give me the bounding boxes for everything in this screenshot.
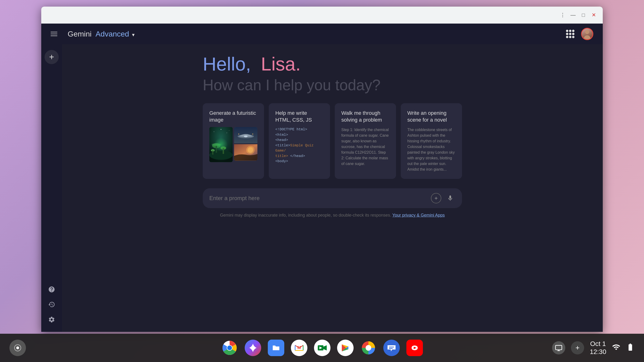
title-bar-controls: ⋮ — □ ✕: [559, 12, 597, 18]
taskbar-app-photos[interactable]: [360, 340, 377, 356]
suggestion-card-novel[interactable]: Write an opening scene for a novel The c…: [401, 103, 462, 179]
more-options-btn[interactable]: ⋮: [559, 12, 566, 18]
taskbar-date: Oct 1: [590, 340, 606, 348]
apps-grid-btn[interactable]: [565, 29, 576, 39]
card-images: [209, 127, 258, 160]
input-section: + Gemini may display inaccurate info, in…: [203, 188, 462, 218]
svg-point-41: [248, 147, 253, 153]
new-chat-icon: +: [49, 53, 54, 61]
card-content: <!DOCTYPE html> <html> <head> <title>Sim…: [275, 127, 324, 172]
minimize-btn[interactable]: —: [570, 12, 576, 18]
card-code: <!DOCTYPE html> <html> <head> <title>Sim…: [275, 127, 324, 164]
privacy-link[interactable]: Your privacy & Gemini Apps: [392, 213, 444, 218]
svg-point-37: [238, 134, 239, 134]
card-content: The cobblestone streets of Ashton pulsed…: [407, 127, 456, 172]
title-bar: ⋮ — □ ✕: [41, 6, 603, 24]
taskbar-datetime[interactable]: Oct 1 12:30: [590, 340, 606, 356]
svg-rect-14: [389, 348, 393, 349]
taskbar-app-youtube[interactable]: [406, 340, 423, 356]
card-img-underwater: [234, 144, 258, 160]
taskbar-center: M ▶: [221, 340, 423, 356]
greeting-section: Hello, Lisa. How can I help you today?: [203, 54, 462, 94]
browser-window: ⋮ — □ ✕ Gemini Advanced ▾: [41, 6, 603, 332]
title-dropdown-btn[interactable]: ▾: [132, 32, 134, 38]
svg-point-11: [366, 345, 371, 351]
suggestion-card-image[interactable]: Generate a futuristic image: [203, 103, 264, 179]
grid-dot: [569, 33, 572, 35]
taskbar-app-messages[interactable]: [383, 340, 400, 356]
svg-point-25: [221, 146, 226, 150]
taskbar-app-playstore[interactable]: [337, 340, 354, 356]
hamburger-menu-btn[interactable]: [51, 28, 62, 40]
prompt-input[interactable]: [209, 195, 431, 202]
svg-rect-24: [216, 146, 217, 153]
code-line: <head>: [275, 138, 324, 143]
avatar-image: [582, 28, 592, 39]
svg-text:▶: ▶: [320, 346, 322, 350]
taskbar-app-meet[interactable]: ▶: [314, 340, 330, 356]
header-left: Gemini Advanced ▾: [51, 28, 134, 40]
sidebar-settings-btn[interactable]: [45, 313, 58, 326]
taskbar-app-gmail[interactable]: M: [291, 340, 308, 356]
grid-dot: [572, 30, 574, 32]
svg-point-32: [226, 133, 227, 133]
taskbar-right: + Oct 1 12:30: [552, 340, 634, 356]
voice-input-btn[interactable]: [445, 193, 456, 204]
svg-point-31: [221, 129, 221, 130]
card-title: Write an opening scene for a novel: [407, 110, 456, 123]
taskbar: M ▶: [0, 334, 644, 362]
suggestion-card-problem[interactable]: Walk me through solving a problem Step 1…: [335, 103, 396, 179]
app-header: Gemini Advanced ▾: [41, 24, 603, 44]
card-images-right: [234, 127, 258, 161]
taskbar-time: 12:30: [590, 348, 606, 356]
plus-icon: +: [434, 195, 438, 202]
grid-dot: [572, 33, 574, 35]
prompt-input-actions: +: [431, 193, 456, 204]
greeting-hello: Hello, Lisa.: [203, 54, 462, 74]
svg-point-38: [252, 134, 253, 134]
hamburger-line: [51, 36, 57, 36]
hamburger-line: [51, 34, 57, 34]
card-img-ship-top: [234, 127, 258, 143]
hello-name: Lisa.: [261, 54, 301, 74]
hamburger-line: [51, 32, 57, 32]
grid-dot: [569, 36, 572, 38]
card-content: [209, 127, 258, 172]
user-avatar-btn[interactable]: [581, 28, 593, 40]
grid-dot: [566, 33, 568, 35]
code-line: <html>: [275, 132, 324, 138]
suggestion-card-code[interactable]: Help me write HTML, CSS, JS <!DOCTYPE ht…: [269, 103, 330, 179]
new-chat-btn[interactable]: +: [44, 50, 59, 64]
svg-rect-26: [222, 148, 224, 154]
greeting-subtitle: How can I help you today?: [203, 76, 462, 94]
battery-icon[interactable]: [626, 343, 634, 353]
svg-point-20: [585, 30, 589, 34]
svg-point-19: [584, 35, 590, 39]
prompt-input-container: +: [203, 188, 462, 208]
cards-container: Generate a futuristic image: [203, 103, 462, 179]
taskbar-app-chrome[interactable]: [221, 340, 238, 356]
card-content: Step 1: Identify the chemical formula of…: [341, 127, 390, 172]
svg-point-0: [16, 346, 19, 349]
screen-capture-icon[interactable]: [552, 341, 565, 354]
taskbar-app-files[interactable]: [268, 340, 284, 356]
card-img-alien: [209, 127, 233, 162]
maximize-btn[interactable]: □: [580, 12, 587, 18]
card-title: Help me write HTML, CSS, JS: [275, 110, 324, 123]
disclaimer: Gemini may display inaccurate info, incl…: [203, 213, 462, 218]
wifi-icon[interactable]: [612, 343, 620, 353]
code-line: <!DOCTYPE html>: [275, 127, 324, 132]
webcam-icon[interactable]: [10, 340, 26, 356]
code-line: title> </head>: [275, 154, 324, 159]
sidebar-history-btn[interactable]: [45, 298, 58, 311]
svg-point-33: [229, 130, 229, 131]
main-content: + Hello: [41, 44, 603, 332]
taskbar-app-gemini[interactable]: [245, 340, 261, 356]
taskbar-left: [10, 340, 26, 356]
svg-text:M: M: [298, 345, 301, 350]
add-attachment-btn[interactable]: +: [431, 193, 441, 204]
card-preview-text: Step 1: Identify the chemical formula of…: [341, 127, 390, 166]
add-icon[interactable]: +: [571, 341, 584, 354]
close-btn[interactable]: ✕: [590, 12, 597, 18]
sidebar-help-btn[interactable]: [45, 283, 58, 296]
